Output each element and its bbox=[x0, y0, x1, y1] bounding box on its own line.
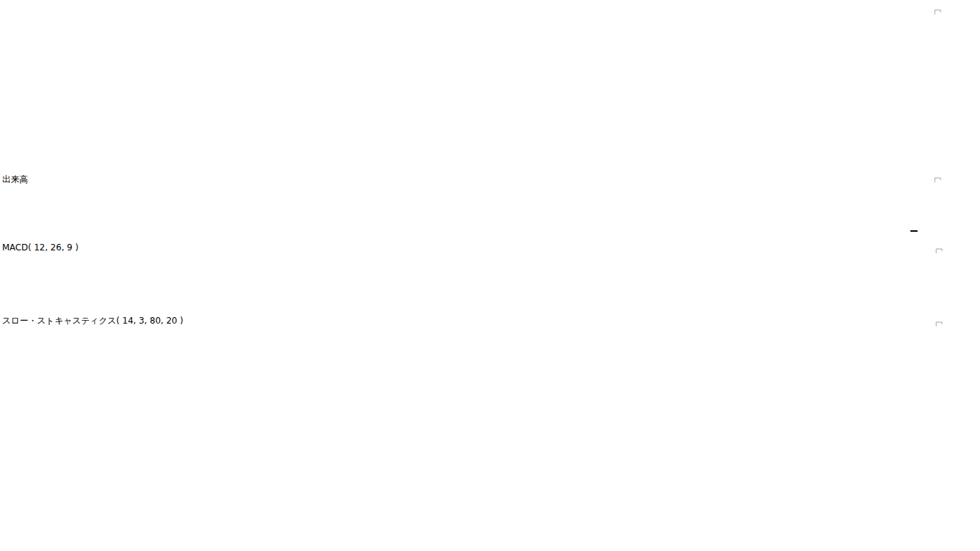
panel-corner-mark-3 bbox=[936, 322, 942, 326]
volume-multiplier-box bbox=[910, 230, 918, 232]
volume-panel-label: 出来高 bbox=[2, 174, 28, 184]
macd-panel-label: MACD( 12, 26, 9 ) bbox=[2, 242, 78, 253]
panel-corner-mark-0 bbox=[935, 10, 941, 14]
stochastics-panel-label: スロー・ストキャスティクス( 14, 3, 80, 20 ) bbox=[2, 316, 183, 326]
chart-window: 出来高MACD( 12, 26, 9 )スロー・ストキャスティクス( 14, 3… bbox=[0, 0, 980, 551]
panel-corner-mark-2 bbox=[936, 249, 942, 253]
panel-corner-mark-1 bbox=[935, 178, 941, 182]
chart-canvas: 出来高MACD( 12, 26, 9 )スロー・ストキャスティクス( 14, 3… bbox=[0, 0, 980, 551]
